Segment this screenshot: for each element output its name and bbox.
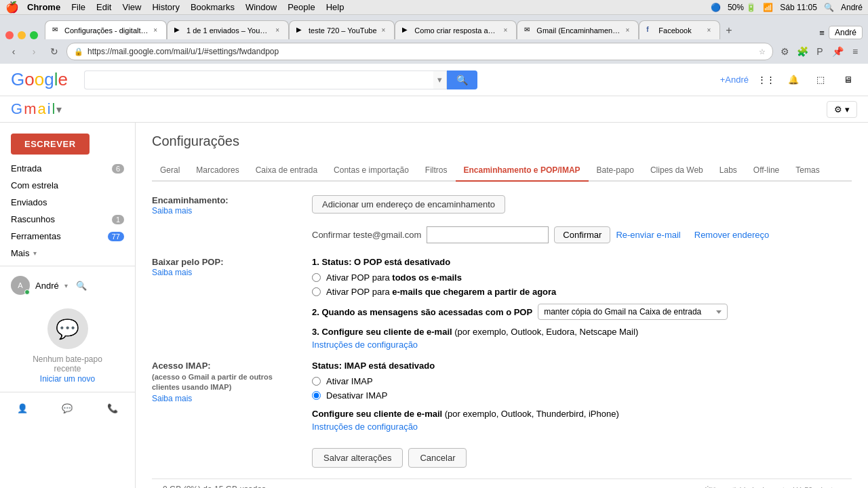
imap-instructions-link[interactable]: Instruções de configuração bbox=[312, 422, 852, 432]
notifications-icon[interactable]: 🔔 bbox=[784, 70, 803, 89]
tab-1[interactable]: ✉ Configurações - digitaltit... × bbox=[45, 20, 167, 39]
tab-list-btn[interactable]: ≡ bbox=[815, 26, 829, 39]
extension-icon-2[interactable]: P bbox=[812, 44, 827, 59]
tab-3-close[interactable]: × bbox=[380, 26, 388, 35]
apps-icon[interactable]: ⋮⋮ bbox=[757, 70, 776, 89]
forwarding-learn-more[interactable]: Saiba mais bbox=[152, 206, 192, 216]
user-dropdown-icon[interactable]: ▾ bbox=[64, 282, 68, 289]
gmail-dropdown[interactable]: ▾ bbox=[56, 103, 62, 116]
tab-4[interactable]: ▶ Como criar resposta autom... × bbox=[395, 20, 517, 39]
tab-2[interactable]: ▶ 1 de 1 enviados – YouTube × bbox=[167, 20, 289, 39]
compose-button[interactable]: ESCREVER bbox=[11, 134, 90, 155]
search-dropdown[interactable]: ▾ bbox=[433, 70, 447, 89]
plus-andre[interactable]: +André bbox=[720, 75, 749, 85]
menu-people[interactable]: People bbox=[288, 2, 315, 12]
bookmark-icon[interactable]: ☆ bbox=[759, 47, 766, 56]
search-button[interactable]: 🔍 bbox=[447, 70, 477, 89]
profile-button[interactable]: André bbox=[829, 26, 863, 39]
menu-help[interactable]: Help bbox=[326, 2, 344, 12]
new-tab-button[interactable]: + bbox=[720, 22, 737, 39]
pop-option2-radio[interactable] bbox=[312, 287, 321, 296]
search-icon-menubar[interactable]: 🔍 bbox=[824, 3, 834, 12]
maximize-window-btn[interactable] bbox=[30, 31, 38, 39]
imap-disable-row[interactable]: Desativar IMAP bbox=[312, 390, 852, 401]
pop-learn-more[interactable]: Saiba mais bbox=[152, 268, 192, 277]
tab-5[interactable]: ✉ Gmail (Encaminhamento ... × bbox=[517, 20, 639, 39]
apple-menu[interactable]: 🍎 bbox=[5, 1, 19, 14]
imap-learn-more[interactable]: Saiba mais bbox=[152, 394, 192, 403]
settings-gear-btn[interactable]: ⚙ ▾ bbox=[827, 101, 857, 118]
extension-icon-4[interactable]: ≡ bbox=[848, 44, 863, 59]
nav-contas[interactable]: Contas e importação bbox=[326, 160, 417, 180]
menu-file[interactable]: File bbox=[71, 2, 85, 12]
menu-history[interactable]: History bbox=[152, 2, 179, 12]
tab-6-close[interactable]: × bbox=[705, 26, 713, 35]
tab-2-close[interactable]: × bbox=[273, 26, 281, 35]
nav-batepapo[interactable]: Bate-papo bbox=[589, 160, 642, 180]
save-changes-button[interactable]: Salvar alterações bbox=[312, 448, 403, 468]
menu-chrome[interactable]: Chrome bbox=[27, 2, 60, 12]
user-label[interactable]: André bbox=[841, 3, 863, 12]
tab-6[interactable]: f Facebook × bbox=[639, 20, 720, 39]
settings-icon[interactable]: ⚙ bbox=[777, 44, 792, 59]
screen-icon[interactable]: 🖥 bbox=[838, 70, 857, 89]
menu-bookmarks[interactable]: Bookmarks bbox=[191, 2, 235, 12]
sidebar-item-inbox[interactable]: Entrada 6 bbox=[0, 160, 135, 177]
sidebar-user[interactable]: A André ▾ 🔍 bbox=[0, 270, 135, 300]
tab-4-close[interactable]: × bbox=[502, 26, 510, 35]
nav-caixa[interactable]: Caixa de entrada bbox=[248, 160, 326, 180]
tab-1-close[interactable]: × bbox=[151, 26, 159, 35]
pop-step3-example: (por exemplo, Outlook, Eudora, Netscape … bbox=[454, 327, 638, 337]
nav-labs[interactable]: Labs bbox=[711, 160, 745, 180]
phone-icon[interactable]: 📞 bbox=[90, 398, 135, 419]
imap-subtitle: (acesso o Gmail a partir de outros clien… bbox=[152, 372, 301, 393]
search-input[interactable] bbox=[92, 75, 427, 85]
remove-address-link[interactable]: Remover endereço bbox=[694, 230, 770, 240]
minimize-window-btn[interactable] bbox=[18, 31, 26, 39]
close-window-btn[interactable] bbox=[5, 31, 14, 39]
extension-icon-1[interactable]: 🧩 bbox=[795, 44, 810, 59]
sidebar-search-button[interactable]: 🔍 bbox=[73, 277, 90, 293]
menu-edit[interactable]: Edit bbox=[96, 2, 111, 12]
imap-enable-radio[interactable] bbox=[312, 377, 321, 386]
nav-filtros[interactable]: Filtros bbox=[417, 160, 456, 180]
nav-geral[interactable]: Geral bbox=[152, 160, 188, 180]
sidebar-item-sent[interactable]: Enviados bbox=[0, 194, 135, 211]
add-forwarding-button[interactable]: Adicionar um endereço de encaminhamento bbox=[312, 195, 505, 214]
tab-5-close[interactable]: × bbox=[624, 26, 632, 35]
contacts-icon[interactable]: 👤 bbox=[0, 398, 45, 419]
pop-option1-row[interactable]: Ativar POP para todos os e-mails bbox=[312, 272, 852, 283]
pop-instructions-link[interactable]: Instruções de configuração bbox=[312, 340, 852, 350]
nav-clipes[interactable]: Clipes da Web bbox=[642, 160, 711, 180]
menu-window[interactable]: Window bbox=[245, 2, 277, 12]
imap-disable-radio[interactable] bbox=[312, 391, 321, 400]
nav-marcadores[interactable]: Marcadores bbox=[188, 160, 247, 180]
reload-button[interactable]: ↻ bbox=[46, 43, 62, 60]
resend-email-link[interactable]: Re-enviar e-mail bbox=[616, 230, 680, 240]
confirm-button[interactable]: Confirmar bbox=[554, 226, 610, 243]
start-chat-link[interactable]: Iniciar um novo bbox=[40, 374, 95, 384]
back-button[interactable]: ‹ bbox=[5, 43, 22, 60]
extension-icon-3[interactable]: 📌 bbox=[830, 44, 845, 59]
search-input-container[interactable] bbox=[84, 70, 433, 89]
sidebar-item-starred[interactable]: Com estrela bbox=[0, 177, 135, 194]
confirm-email-input[interactable] bbox=[427, 226, 549, 243]
url-bar[interactable]: 🔒 https://mail.google.com/mail/u/1/#sett… bbox=[66, 43, 773, 60]
sidebar-item-drafts[interactable]: Rascunhos 1 bbox=[0, 211, 135, 228]
nav-temas[interactable]: Temas bbox=[787, 160, 827, 180]
chat-icon[interactable]: 💬 bbox=[45, 398, 90, 419]
forward-button[interactable]: › bbox=[26, 43, 42, 60]
nav-encaminhamento[interactable]: Encaminhamento e POP/IMAP bbox=[456, 160, 589, 182]
imap-enable-row[interactable]: Ativar IMAP bbox=[312, 376, 852, 386]
tab-3[interactable]: ▶ teste 720 – YouTube × bbox=[289, 20, 395, 39]
sidebar-item-more[interactable]: Mais ▾ bbox=[0, 245, 135, 262]
pop-option1-radio[interactable] bbox=[312, 273, 321, 282]
cancel-button[interactable]: Cancelar bbox=[408, 448, 467, 468]
nav-offline[interactable]: Off-line bbox=[745, 160, 787, 180]
sidebar-item-tools[interactable]: Ferramentas 77 bbox=[0, 228, 135, 245]
drafts-badge: 1 bbox=[112, 215, 124, 224]
pop-step2-select[interactable]: manter cópia do Gmail na Caixa de entrad… bbox=[538, 304, 728, 320]
menu-view[interactable]: View bbox=[122, 2, 141, 12]
share-icon[interactable]: ⬚ bbox=[811, 70, 830, 89]
pop-option2-row[interactable]: Ativar POP para e-mails que chegarem a p… bbox=[312, 287, 852, 297]
